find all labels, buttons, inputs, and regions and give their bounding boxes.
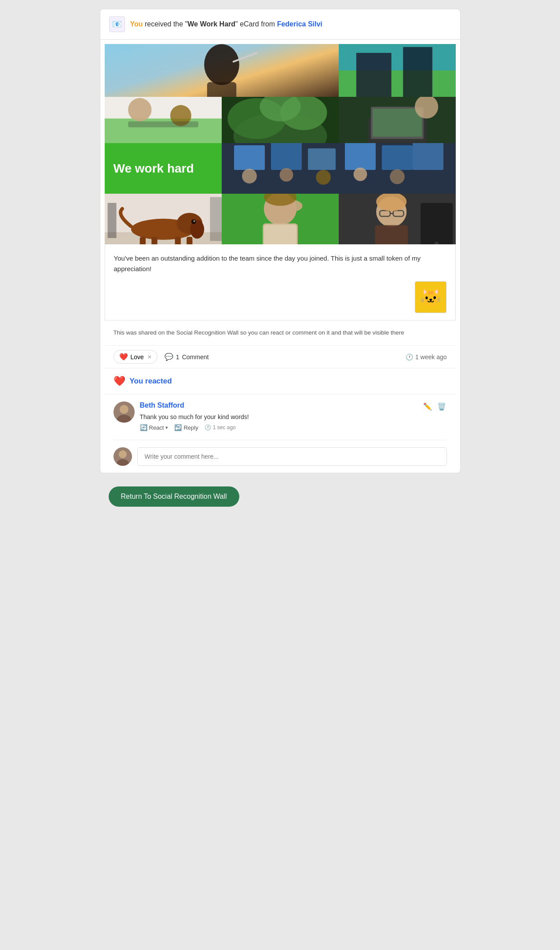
page-container: 📧 You received the "We Work Hard" eCard … <box>100 9 461 507</box>
reply-input[interactable] <box>137 447 447 466</box>
notification-bar: 📧 You received the "We Work Hard" eCard … <box>100 9 461 40</box>
svg-rect-45 <box>151 237 157 244</box>
ecard-photo-focused-woman <box>339 194 456 244</box>
ecard-photo-dachshund <box>105 194 222 244</box>
notification-text: You received the "We Work Hard" eCard fr… <box>130 20 322 28</box>
svg-point-32 <box>242 169 257 184</box>
comment-text: Thank you so much for your kind words! <box>140 413 447 420</box>
svg-point-1 <box>204 44 239 85</box>
svg-rect-12 <box>128 122 198 127</box>
svg-rect-46 <box>175 237 180 244</box>
svg-point-35 <box>353 167 367 181</box>
heart-icon: ❤️ <box>119 353 128 361</box>
ecard-grid: We work hard <box>105 44 456 244</box>
svg-rect-26 <box>234 145 265 170</box>
sender-name: Federica Silvi <box>277 20 322 28</box>
svg-rect-30 <box>382 145 413 170</box>
svg-point-33 <box>279 168 293 182</box>
remove-reaction-icon[interactable]: ✕ <box>147 354 152 360</box>
message-area: You've been an outstanding addition to t… <box>105 244 456 320</box>
svg-rect-31 <box>413 143 443 170</box>
return-to-wall-button[interactable]: Return To Social Recognition Wall <box>109 486 239 507</box>
reply-label: Reply <box>183 424 198 431</box>
react-dropdown-icon: ▾ <box>165 425 168 431</box>
svg-rect-6 <box>356 53 391 97</box>
comment-time: 🕐 1 sec ago <box>205 424 236 431</box>
ecard-name: We Work Hard <box>187 20 235 28</box>
ecard-photo-laptop <box>339 97 456 143</box>
ecard-photo-thinking-man <box>222 194 339 244</box>
svg-rect-7 <box>403 47 432 97</box>
ecard-photo-people-working <box>222 143 456 194</box>
svg-rect-48 <box>107 203 116 238</box>
comment-bubble-icon: 💬 <box>165 353 173 361</box>
svg-point-34 <box>316 170 331 185</box>
comment-header: Beth Stafford ✏️ 🗑️ <box>140 401 447 412</box>
ecard-message: You've been an outstanding addition to t… <box>114 253 447 274</box>
reply-icon: ↩️ <box>174 424 182 431</box>
love-label: Love <box>131 353 144 361</box>
comment-item: Beth Stafford ✏️ 🗑️ Thank you so much fo… <box>113 401 447 431</box>
comment-actions: 🔄 React ▾ ↩️ Reply 🕐 1 sec ago <box>140 424 447 431</box>
svg-point-43 <box>193 220 195 222</box>
svg-rect-47 <box>187 237 192 244</box>
ecard-photo-office <box>339 44 456 97</box>
you-reacted-section: ❤️ You reacted <box>105 368 456 394</box>
svg-rect-29 <box>345 143 376 170</box>
main-card: We work hard <box>100 40 461 473</box>
svg-rect-27 <box>271 143 302 170</box>
comment-section: Beth Stafford ✏️ 🗑️ Thank you so much fo… <box>105 394 456 473</box>
commenter-avatar <box>113 401 135 423</box>
comment-body: Beth Stafford ✏️ 🗑️ Thank you so much fo… <box>140 401 447 431</box>
love-button[interactable]: ❤️ Love ✕ <box>113 350 157 364</box>
received-text: received the " <box>143 20 188 28</box>
svg-point-68 <box>120 405 128 414</box>
reply-input-row <box>113 440 447 466</box>
comment-number: 1 <box>176 353 179 361</box>
svg-rect-64 <box>375 225 407 244</box>
comment-action-icons: ✏️ 🗑️ <box>422 401 447 412</box>
ecard-photo-plants <box>222 97 339 143</box>
time-ago-text: 1 week ago <box>415 353 447 361</box>
message-avatar-row: 🐱 <box>114 274 447 320</box>
svg-point-36 <box>390 169 405 184</box>
from-text: " eCard from <box>235 20 277 28</box>
ecard-photo-woman <box>105 44 339 97</box>
comment-count: 💬 1 Comment <box>165 353 209 361</box>
svg-rect-28 <box>308 148 336 170</box>
edit-comment-button[interactable]: ✏️ <box>422 401 433 412</box>
ecard-banner: We work hard <box>105 143 222 194</box>
commenter-name: Beth Stafford <box>140 401 184 409</box>
you-reacted-text: You reacted <box>130 377 172 386</box>
react-icon: 🔄 <box>140 424 147 431</box>
share-notice: This was shared on the Social Recognitio… <box>105 320 456 345</box>
svg-rect-2 <box>207 82 236 97</box>
cat-avatar: 🐱 <box>415 281 447 313</box>
comment-clock-icon: 🕐 <box>205 424 211 431</box>
reply-button[interactable]: ↩️ Reply <box>174 424 198 431</box>
svg-rect-65 <box>421 203 453 244</box>
svg-rect-49 <box>210 197 222 241</box>
react-label: React <box>149 424 164 431</box>
you-reacted-heart-icon: ❤️ <box>113 376 125 387</box>
you-label: You <box>130 20 143 28</box>
react-button[interactable]: 🔄 React ▾ <box>140 424 168 431</box>
comment-time-text: 1 sec ago <box>213 424 236 431</box>
return-button-container: Return To Social Recognition Wall <box>100 486 461 507</box>
svg-point-71 <box>119 450 127 458</box>
ecard-photo-overhead <box>105 97 222 143</box>
svg-point-10 <box>128 98 151 122</box>
delete-comment-button[interactable]: 🗑️ <box>436 401 447 412</box>
comment-label: Comment <box>182 353 209 361</box>
svg-rect-54 <box>264 225 296 244</box>
svg-rect-44 <box>139 237 145 244</box>
time-ago: 🕐 1 week ago <box>406 353 447 361</box>
reply-avatar <box>113 447 132 466</box>
svg-rect-22 <box>373 109 422 137</box>
reaction-left: ❤️ Love ✕ 💬 1 Comment <box>113 350 209 364</box>
banner-text: We work hard <box>113 161 194 176</box>
ecard-icon: 📧 <box>109 16 125 32</box>
clock-icon: 🕐 <box>406 353 413 361</box>
reaction-bar: ❤️ Love ✕ 💬 1 Comment 🕐 1 week ago <box>105 345 456 368</box>
